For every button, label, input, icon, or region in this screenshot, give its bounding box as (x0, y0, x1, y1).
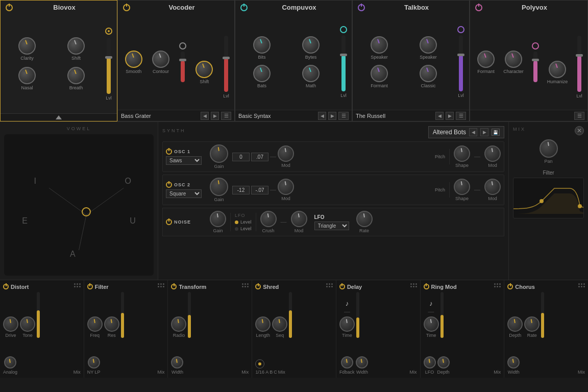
vocoder-smooth-knob[interactable] (125, 51, 142, 68)
delay-drag-handle[interactable] (410, 283, 417, 290)
vocoder-power-btn[interactable] (123, 4, 130, 11)
vocoder-lvl-slider-top[interactable] (181, 52, 185, 82)
osc2-mod-knob[interactable] (278, 179, 294, 195)
filter-drag-handle[interactable] (158, 283, 164, 290)
transform-mix-slider[interactable] (188, 292, 191, 338)
osc2-gain-knob[interactable] (210, 178, 228, 196)
synth-next-btn[interactable]: ▶ (480, 128, 488, 136)
lfo-crush-knob[interactable] (260, 211, 277, 227)
talkbox-speaker2-knob[interactable] (420, 36, 437, 54)
biovox-nasal-knob[interactable] (18, 67, 36, 84)
noise-gain-knob[interactable] (210, 211, 226, 227)
polyvox-power-btn[interactable] (475, 4, 482, 11)
noise-power-btn[interactable] (166, 219, 172, 225)
distort-power-btn[interactable] (3, 284, 9, 289)
shred-power-btn[interactable] (255, 284, 261, 289)
osc2-pitch2-input[interactable]: -.07 (251, 186, 268, 194)
chorus-power-btn[interactable] (507, 284, 513, 289)
lfo-mod-knob[interactable] (291, 211, 307, 227)
osc2-shape-mod-knob[interactable] (484, 179, 501, 195)
filter-res-knob[interactable] (104, 316, 119, 332)
lfo-type-select[interactable]: Triangle Sine Square Sawtooth (314, 222, 349, 230)
biovox-collapse-btn[interactable] (1, 113, 117, 121)
osc1-gain-knob[interactable] (210, 144, 228, 163)
osc2-type-select[interactable]: Square Saws Sine (166, 189, 202, 198)
synth-prev-btn[interactable]: ◀ (469, 128, 477, 136)
vocoder-prev-btn[interactable]: ◀ (201, 112, 209, 120)
delay-mix-slider[interactable] (356, 292, 359, 338)
osc1-pitch2-input[interactable]: .07 (251, 153, 268, 161)
distort-tone-knob[interactable] (20, 316, 35, 332)
compuvox-prev-btn[interactable]: ◀ (318, 112, 326, 120)
talkbox-power-btn[interactable] (358, 4, 365, 11)
talkbox-next-btn[interactable]: ▶ (446, 112, 454, 120)
vocoder-contour-knob[interactable] (152, 51, 169, 68)
polyvox-lvl-slider[interactable] (577, 36, 581, 92)
chorus-width-knob[interactable] (507, 356, 520, 369)
osc1-power-btn[interactable] (166, 149, 172, 155)
lfo-rate-knob[interactable] (356, 211, 373, 227)
chorus-depth-knob[interactable] (507, 316, 523, 332)
ringmod-mix-slider[interactable] (440, 292, 444, 338)
synth-save-btn[interactable]: 💾 (492, 129, 500, 136)
compuvox-bats-knob[interactable] (253, 65, 271, 82)
polyvox-humanize-knob[interactable] (549, 61, 566, 78)
vocoder-lvl-slider[interactable] (224, 36, 228, 92)
osc2-pitch1-input[interactable]: -12 (232, 186, 250, 194)
compuvox-bytes-knob[interactable] (302, 36, 320, 54)
delay-fdback-knob[interactable] (341, 356, 353, 369)
polyvox-formant-knob[interactable] (477, 51, 495, 68)
delay-width-knob[interactable] (356, 356, 368, 369)
polyvox-lvl-slider-top[interactable] (533, 52, 537, 82)
polyvox-settings-btn[interactable]: ☰ (574, 112, 584, 120)
shred-116-knob[interactable] (255, 359, 264, 369)
compuvox-settings-btn[interactable]: ☰ (338, 112, 349, 120)
vocoder-next-btn[interactable]: ▶ (211, 112, 219, 120)
transform-drag-handle[interactable] (242, 283, 249, 290)
transform-width-knob[interactable] (171, 356, 183, 369)
transform-power-btn[interactable] (171, 284, 177, 289)
ringmod-time-knob[interactable] (424, 316, 439, 332)
filter-freq-knob[interactable] (87, 316, 103, 332)
compuvox-next-btn[interactable]: ▶ (328, 112, 336, 120)
shred-length-knob[interactable] (255, 316, 271, 332)
talkbox-settings-btn[interactable]: ☰ (456, 112, 466, 120)
chorus-rate-knob[interactable] (524, 316, 540, 332)
biovox-breath-knob[interactable] (67, 67, 85, 84)
osc1-pitch1-input[interactable]: 0 (232, 153, 250, 161)
delay-power-btn[interactable] (339, 284, 345, 289)
chorus-drag-handle[interactable] (578, 283, 585, 290)
filter-power-btn[interactable] (87, 284, 93, 289)
ringmod-lfo-knob[interactable] (424, 356, 436, 369)
shred-mix-slider[interactable] (289, 292, 292, 338)
ringmod-power-btn[interactable] (424, 284, 429, 289)
biovox-clarity-knob[interactable] (18, 37, 36, 55)
ringmod-drag-handle[interactable] (494, 283, 501, 290)
talkbox-classic-knob[interactable] (420, 65, 437, 82)
compuvox-power-btn[interactable] (240, 4, 248, 11)
talkbox-lvl-slider[interactable] (459, 35, 463, 91)
ringmod-depth-knob[interactable] (437, 356, 450, 369)
vocoder-shift-knob[interactable] (195, 61, 213, 78)
distort-drive-knob[interactable] (3, 316, 18, 332)
distort-analog-knob[interactable] (4, 356, 16, 369)
osc1-mod-knob[interactable] (278, 145, 294, 162)
distort-drag-handle[interactable] (74, 283, 81, 290)
filter-nylp-knob[interactable] (88, 356, 100, 369)
pan-knob[interactable] (540, 139, 558, 158)
osc2-power-btn[interactable] (166, 182, 172, 188)
biovox-shift-knob[interactable] (67, 37, 85, 55)
transform-radio-knob[interactable] (171, 316, 186, 332)
shred-drag-handle[interactable] (326, 283, 333, 290)
biovox-lvl-slider[interactable] (107, 38, 111, 94)
compuvox-lvl-slider[interactable] (341, 35, 346, 91)
vowel-xy-pad[interactable]: I O E U A (4, 134, 154, 276)
biovox-power-btn[interactable] (6, 4, 13, 11)
shred-seq-knob[interactable] (272, 316, 287, 332)
delay-time-knob[interactable] (339, 316, 355, 332)
talkbox-formant-knob[interactable] (371, 65, 388, 82)
osc1-type-select[interactable]: Saws Square Sine (166, 156, 202, 165)
compuvox-bits-knob[interactable] (253, 36, 271, 54)
chorus-mix-slider[interactable] (541, 292, 544, 338)
distort-mix-slider[interactable] (37, 292, 40, 338)
